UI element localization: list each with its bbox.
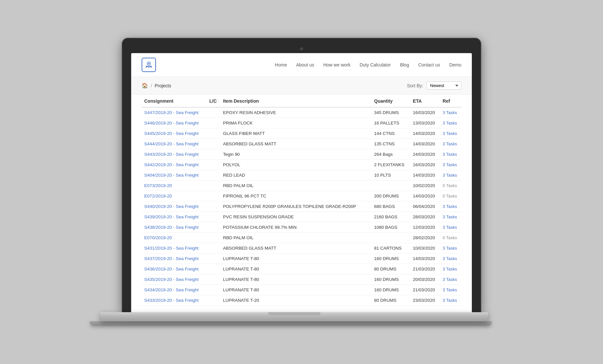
ref-tasks[interactable]: 3 Tasks: [443, 131, 457, 136]
table-row: S434/2019-20 - Sea FreightLUPRANATE T-80…: [142, 285, 461, 295]
nav-link-home[interactable]: Home: [275, 62, 287, 67]
cell-eta: 21/03/2020: [410, 264, 440, 274]
cell-ref: 3 Tasks: [440, 274, 461, 285]
consignment-link[interactable]: S447/2019-20 - Sea Freight: [144, 110, 199, 115]
cell-eta: 10/03/2020: [410, 243, 440, 254]
consignment-link[interactable]: S437/2019-20 - Sea Freight: [144, 256, 199, 261]
ref-tasks[interactable]: 3 Tasks: [443, 277, 457, 282]
ref-tasks[interactable]: 3 Tasks: [443, 173, 457, 178]
nav-link-contact[interactable]: Contact us: [418, 62, 440, 67]
ref-tasks[interactable]: 3 Tasks: [443, 214, 457, 219]
ref-tasks[interactable]: 3 Tasks: [443, 246, 457, 251]
cell-ref: 3 Tasks: [440, 201, 461, 212]
cell-description: LUPRANATE T-20: [221, 295, 372, 306]
nav-link-demo[interactable]: Demo: [449, 62, 461, 67]
table-row: E073/2019-20RBD PALM OIL10/02/20200 Task…: [142, 181, 461, 191]
consignment-link[interactable]: S444/2019-20 - Sea Freight: [144, 141, 199, 146]
svg-point-2: [146, 66, 147, 67]
svg-point-3: [151, 66, 152, 67]
cell-ref: 3 Tasks: [440, 107, 461, 118]
cell-lc: [207, 264, 220, 274]
cell-description: PVC RESIN SUSPENSION GRADE: [221, 212, 372, 222]
breadcrumb: 🏠 / Projects: [142, 82, 171, 89]
cell-quantity: 200 DRUMS: [372, 191, 410, 201]
laptop-screen-inner: Home About us How we work Duty Calculato…: [131, 53, 472, 312]
cell-quantity: 81 CARTONS: [372, 243, 410, 254]
ref-tasks[interactable]: 3 Tasks: [443, 267, 457, 271]
ref-tasks[interactable]: 3 Tasks: [443, 152, 457, 157]
consignment-link[interactable]: S445/2019-20 - Sea Freight: [144, 131, 199, 136]
ref-tasks[interactable]: 3 Tasks: [443, 162, 457, 167]
consignment-link[interactable]: E070/2019-20: [144, 235, 172, 240]
laptop-foot: [90, 321, 492, 326]
ref-tasks: 0 Tasks: [443, 183, 457, 188]
ref-tasks[interactable]: 3 Tasks: [443, 121, 457, 125]
table-row: S440/2019-20 - Sea FreightPOLYPROPYLENE …: [142, 201, 461, 212]
consignment-link[interactable]: E072/2019-20: [144, 194, 172, 198]
ref-tasks[interactable]: 3 Tasks: [443, 204, 457, 209]
table-row: S443/2019-20 - Sea FreightTegin 90264 Ba…: [142, 149, 461, 160]
cell-description: LUPRANATE T-80: [221, 254, 372, 264]
ref-tasks[interactable]: 3 Tasks: [443, 256, 457, 261]
cell-consignment: S445/2019-20 - Sea Freight: [142, 128, 207, 139]
ref-tasks: 0 Tasks: [443, 194, 457, 198]
cell-quantity: 80 DRUMS: [372, 264, 410, 274]
consignment-link[interactable]: S442/2019-20 - Sea Freight: [144, 162, 199, 167]
sort-select[interactable]: Newest Oldest Alphabetical: [426, 81, 461, 90]
cell-consignment: S440/2019-20 - Sea Freight: [142, 201, 207, 212]
cell-eta: 06/04/2020: [410, 201, 440, 212]
consignment-link[interactable]: S433/2019-20 - Sea Freight: [144, 298, 199, 303]
cell-eta: 23/03/2020: [410, 295, 440, 306]
cell-description: EPOXY RESIN ADHESIVE: [221, 107, 372, 118]
nav-link-about[interactable]: About us: [296, 62, 314, 67]
cell-consignment: S442/2019-20 - Sea Freight: [142, 160, 207, 170]
consignment-link[interactable]: S431/2019-20 - Sea Freight: [144, 246, 199, 251]
consignment-link[interactable]: S446/2019-20 - Sea Freight: [144, 121, 199, 125]
svg-point-1: [148, 63, 149, 64]
cell-ref: 3 Tasks: [440, 160, 461, 170]
sort-area: Sort By: Newest Oldest Alphabetical: [407, 81, 461, 90]
table-row: S436/2019-20 - Sea FreightLUPRANATE T-80…: [142, 264, 461, 274]
ref-tasks[interactable]: 3 Tasks: [443, 225, 457, 230]
cell-lc: [207, 285, 220, 295]
projects-table: Consignment L/C Item Description Quantit…: [142, 95, 461, 306]
ref-tasks[interactable]: 3 Tasks: [443, 110, 457, 115]
cell-quantity: 160 DRUMS: [372, 285, 410, 295]
cell-lc: [207, 149, 220, 160]
cell-lc: [207, 181, 220, 191]
consignment-link[interactable]: E073/2019-20: [144, 183, 172, 188]
cell-description: ABSORBED GLASS MATT: [221, 243, 372, 254]
cell-ref: 3 Tasks: [440, 285, 461, 295]
nav-link-blog[interactable]: Blog: [400, 62, 409, 67]
consignment-link[interactable]: S443/2019-20 - Sea Freight: [144, 152, 199, 157]
cell-description: LUPRANATE T-80: [221, 264, 372, 274]
consignment-link[interactable]: S404/2019-20 - Sea Freight: [144, 173, 199, 178]
cell-description: LUPRANATE T-80: [221, 285, 372, 295]
cell-lc: [207, 222, 220, 233]
cell-eta: 24/03/2020: [410, 149, 440, 160]
table-body: S447/2019-20 - Sea FreightEPOXY RESIN AD…: [142, 107, 461, 306]
ref-tasks[interactable]: 3 Tasks: [443, 141, 457, 146]
cell-lc: [207, 274, 220, 285]
consignment-link[interactable]: S439/2019-20 - Sea Freight: [144, 214, 199, 219]
consignment-link[interactable]: S436/2019-20 - Sea Freight: [144, 267, 199, 271]
table-row: S444/2019-20 - Sea FreightABSORBED GLASS…: [142, 139, 461, 149]
ref-tasks[interactable]: 3 Tasks: [443, 298, 457, 303]
cell-description: POLYOL: [221, 160, 372, 170]
cell-lc: [207, 243, 220, 254]
cell-consignment: S446/2019-20 - Sea Freight: [142, 118, 207, 128]
nav-link-duty[interactable]: Duty Calculator: [360, 62, 391, 67]
cell-consignment: S433/2019-20 - Sea Freight: [142, 295, 207, 306]
ref-tasks[interactable]: 3 Tasks: [443, 287, 457, 292]
cell-lc: [207, 295, 220, 306]
cell-lc: [207, 170, 220, 181]
home-icon[interactable]: 🏠: [142, 82, 148, 89]
nav-link-how[interactable]: How we work: [323, 62, 350, 67]
consignment-link[interactable]: S435/2019-20 - Sea Freight: [144, 277, 199, 282]
consignment-link[interactable]: S434/2019-20 - Sea Freight: [144, 287, 199, 292]
consignment-link[interactable]: S440/2019-20 - Sea Freight: [144, 204, 199, 209]
logo-icon: [142, 58, 156, 72]
cell-eta: 14/03/2020: [410, 128, 440, 139]
consignment-link[interactable]: S438/2019-20 - Sea Freight: [144, 225, 199, 230]
laptop-camera: [300, 47, 303, 51]
